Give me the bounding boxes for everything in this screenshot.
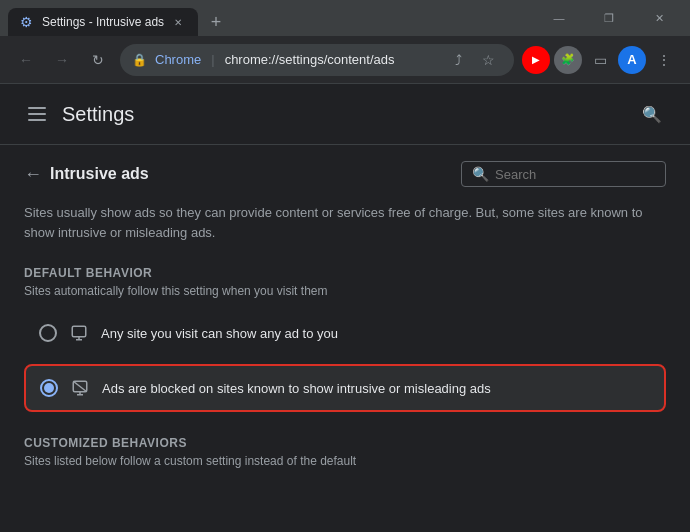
customized-behaviors-sublabel: Sites listed below follow a custom setti… — [24, 454, 666, 468]
window-controls: — ❐ ✕ — [536, 0, 682, 36]
refresh-button[interactable]: ↻ — [84, 46, 112, 74]
account-button[interactable]: A — [618, 46, 646, 74]
option1-radio[interactable] — [39, 324, 57, 342]
option2-row[interactable]: Ads are blocked on sites known to show i… — [24, 364, 666, 412]
page-header: ← Intrusive ads 🔍 — [24, 161, 666, 187]
settings-page: Settings 🔍 ← Intrusive ads 🔍 Sites usual… — [0, 84, 690, 532]
content-area: ← Intrusive ads 🔍 Sites usually show ads… — [0, 145, 690, 496]
hamburger-line-1 — [28, 107, 46, 109]
option2-radio[interactable] — [40, 379, 58, 397]
default-behavior-sublabel: Sites automatically follow this setting … — [24, 284, 666, 298]
share-button[interactable]: ⤴ — [444, 46, 472, 74]
svg-line-2 — [73, 381, 87, 392]
address-security-icon: 🔒 — [132, 53, 147, 67]
browser-toolbar: ← → ↻ 🔒 Chrome | chrome://settings/conte… — [0, 36, 690, 84]
back-link[interactable]: ← Intrusive ads — [24, 164, 149, 185]
new-tab-button[interactable]: + — [202, 8, 230, 36]
search-input[interactable] — [495, 167, 655, 182]
more-button[interactable]: ⋮ — [650, 46, 678, 74]
hamburger-line-3 — [28, 119, 46, 121]
settings-search-button[interactable]: 🔍 — [638, 100, 666, 128]
sidebar-button[interactable]: ▭ — [586, 46, 614, 74]
settings-header: Settings 🔍 — [0, 84, 690, 145]
tab-area: ⚙ Settings - Intrusive ads ✕ + — [8, 0, 532, 36]
title-bar: ⚙ Settings - Intrusive ads ✕ + — ❐ ✕ — [0, 0, 690, 36]
settings-content: Settings 🔍 ← Intrusive ads 🔍 Sites usual… — [0, 84, 690, 532]
active-tab[interactable]: ⚙ Settings - Intrusive ads ✕ — [8, 8, 198, 36]
customized-section: Customized behaviors Sites listed below … — [24, 436, 666, 468]
extensions-button[interactable]: 🧩 — [554, 46, 582, 74]
address-separator: | — [211, 52, 214, 67]
settings-page-title: Settings — [62, 103, 134, 126]
restore-button[interactable]: ❐ — [586, 0, 632, 36]
forward-button[interactable]: → — [48, 46, 76, 74]
option1-row[interactable]: Any site you visit can show any ad to yo… — [24, 310, 666, 356]
search-box[interactable]: 🔍 — [461, 161, 666, 187]
settings-tab-icon: ⚙ — [20, 14, 36, 30]
svg-rect-0 — [72, 326, 86, 337]
bookmark-button[interactable]: ☆ — [474, 46, 502, 74]
tab-close-button[interactable]: ✕ — [170, 14, 186, 30]
default-behavior-label: Default behavior — [24, 266, 666, 280]
youtube-button[interactable]: ▶ — [522, 46, 550, 74]
option2-text: Ads are blocked on sites known to show i… — [102, 381, 491, 396]
intrusive-ads-title: Intrusive ads — [50, 165, 149, 183]
search-icon: 🔍 — [472, 166, 489, 182]
back-button[interactable]: ← — [12, 46, 40, 74]
address-url: chrome://settings/content/ads — [225, 52, 436, 67]
description-text: Sites usually show ads so they can provi… — [24, 203, 666, 242]
customized-behaviors-label: Customized behaviors — [24, 436, 666, 450]
hamburger-line-2 — [28, 113, 46, 115]
settings-title-area: Settings — [24, 103, 134, 126]
address-bar[interactable]: 🔒 Chrome | chrome://settings/content/ads… — [120, 44, 514, 76]
back-arrow-icon: ← — [24, 164, 42, 185]
option1-text: Any site you visit can show any ad to yo… — [101, 326, 338, 341]
tab-label: Settings - Intrusive ads — [42, 15, 164, 29]
close-window-button[interactable]: ✕ — [636, 0, 682, 36]
address-actions: ⤴ ☆ — [444, 46, 502, 74]
toolbar-actions: ▶ 🧩 ▭ A ⋮ — [522, 46, 678, 74]
chrome-badge[interactable]: Chrome — [155, 52, 201, 67]
option2-icon — [70, 378, 90, 398]
hamburger-button[interactable] — [24, 103, 50, 125]
minimize-button[interactable]: — — [536, 0, 582, 36]
option1-icon — [69, 323, 89, 343]
